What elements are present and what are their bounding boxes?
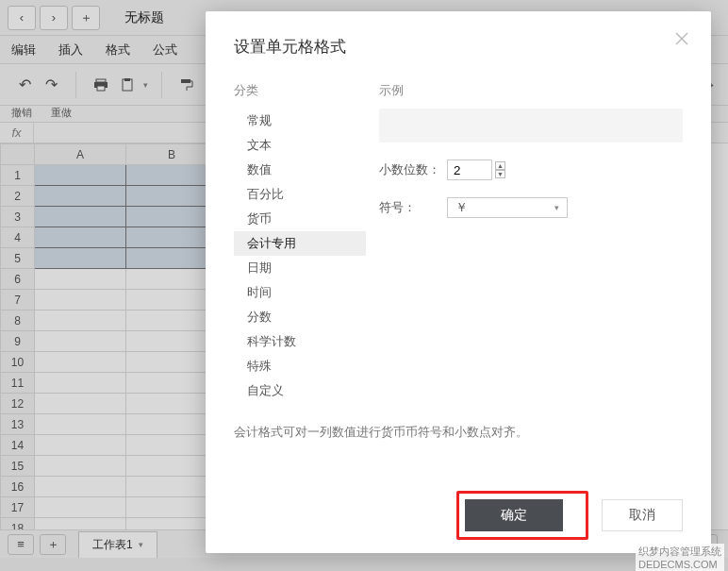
symbol-select-value: ￥ <box>455 199 468 216</box>
symbol-label: 符号： <box>379 199 447 216</box>
category-item[interactable]: 百分比 <box>234 182 366 207</box>
category-item[interactable]: 时间 <box>234 280 366 305</box>
ok-button[interactable]: 确定 <box>465 499 563 531</box>
decimal-places-row: 小数位数： ▲ ▼ <box>379 160 683 180</box>
category-label: 分类 <box>234 82 366 99</box>
example-label: 示例 <box>379 82 683 99</box>
category-item[interactable]: 货币 <box>234 207 366 231</box>
ok-highlight: 确定 <box>456 491 588 540</box>
category-item[interactable]: 数值 <box>234 158 366 182</box>
format-preview <box>379 109 683 143</box>
format-description: 会计格式可对一列数值进行货币币符号和小数点对齐。 <box>234 425 528 441</box>
category-item[interactable]: 文本 <box>234 133 366 158</box>
category-item[interactable]: 日期 <box>234 256 366 280</box>
category-item[interactable]: 分数 <box>234 305 366 329</box>
dialog-title: 设置单元格格式 <box>234 36 683 58</box>
chevron-down-icon: ▾ <box>554 203 559 212</box>
category-item[interactable]: 自定义 <box>234 378 366 403</box>
spinner-up-button[interactable]: ▲ <box>495 161 505 170</box>
symbol-row: 符号： ￥ ▾ <box>379 197 683 218</box>
category-item[interactable]: 科学计数 <box>234 329 366 354</box>
decimal-places-input[interactable] <box>447 160 492 180</box>
decimal-spinner: ▲ ▼ <box>495 161 505 178</box>
close-icon <box>675 32 688 45</box>
cancel-button[interactable]: 取消 <box>602 499 683 531</box>
category-item[interactable]: 会计专用 <box>234 231 366 256</box>
category-list: 常规文本数值百分比货币会计专用日期时间分数科学计数特殊自定义 <box>234 109 366 403</box>
spinner-down-button[interactable]: ▼ <box>495 170 505 178</box>
decimal-places-label: 小数位数： <box>379 161 447 178</box>
symbol-select[interactable]: ￥ ▾ <box>447 197 568 218</box>
category-item[interactable]: 常规 <box>234 109 366 133</box>
dialog-footer: 确定 取消 <box>206 478 711 553</box>
category-item[interactable]: 特殊 <box>234 354 366 378</box>
watermark: 织梦内容管理系统 DEDECMS.COM <box>636 544 724 571</box>
dialog-close-button[interactable] <box>675 32 688 48</box>
cell-format-dialog: 设置单元格格式 分类 常规文本数值百分比货币会计专用日期时间分数科学计数特殊自定… <box>206 11 711 553</box>
